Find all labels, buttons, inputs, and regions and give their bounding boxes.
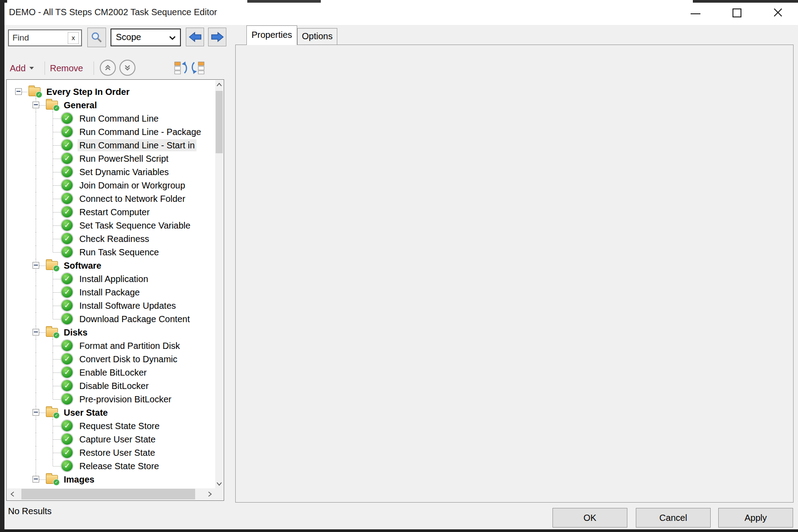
tree-guide-line bbox=[39, 266, 45, 266]
tree-item-connect-to-network-folder[interactable]: ✓Connect to Network Folder bbox=[7, 192, 215, 205]
tree-guide-line bbox=[53, 252, 61, 253]
tree-item-install-application[interactable]: ✓Install Application bbox=[7, 272, 215, 286]
tree-item-label: Run Task Sequence bbox=[78, 246, 161, 258]
tree-item-software[interactable]: Software bbox=[7, 259, 215, 272]
tree-item-label: User State bbox=[62, 407, 110, 419]
tree-item-run-powershell-script[interactable]: ✓Run PowerShell Script bbox=[7, 152, 215, 165]
move-step-up-button[interactable] bbox=[174, 61, 188, 75]
find-next-button[interactable] bbox=[208, 28, 226, 46]
tree-horizontal-scrollbar[interactable] bbox=[7, 488, 215, 500]
tree-guide-line bbox=[36, 339, 36, 352]
desktop-edge-left bbox=[0, 0, 4, 532]
ok-button[interactable]: OK bbox=[552, 508, 627, 528]
tree-item-label: Convert Disk to Dynamic bbox=[78, 353, 179, 365]
tree-item-restart-computer[interactable]: ✓Restart Computer bbox=[7, 205, 215, 219]
tree-guide-line bbox=[53, 292, 61, 293]
tab-options[interactable]: Options bbox=[297, 28, 337, 45]
add-button[interactable]: Add bbox=[10, 61, 34, 75]
step-check-icon: ✓ bbox=[61, 139, 73, 151]
tree-guide-line bbox=[53, 159, 61, 159]
tree-guide-line bbox=[22, 92, 28, 92]
desktop-edge-top bbox=[693, 0, 798, 3]
tree-item-request-state-store[interactable]: ✓Request State Store bbox=[7, 419, 215, 433]
expand-collapse-toggle[interactable] bbox=[33, 476, 39, 483]
step-check-icon: ✓ bbox=[61, 353, 73, 364]
find-input[interactable]: Find x bbox=[8, 29, 82, 46]
tree-item-join-domain-or-workgroup[interactable]: ✓Join Domain or Workgroup bbox=[7, 179, 215, 192]
tree-item-set-dynamic-variables[interactable]: ✓Set Dynamic Variables bbox=[7, 165, 215, 179]
scrollbar-thumb[interactable] bbox=[216, 91, 223, 153]
tree-item-restore-user-state[interactable]: ✓Restore User State bbox=[7, 446, 215, 459]
step-check-icon: ✓ bbox=[61, 220, 73, 231]
expand-collapse-toggle[interactable] bbox=[33, 262, 39, 269]
tree-guide-line bbox=[36, 152, 36, 165]
tree-vertical-scrollbar[interactable] bbox=[215, 80, 223, 488]
tree-item-general[interactable]: General bbox=[7, 98, 215, 112]
tree-item-run-command-line-package[interactable]: ✓Run Command Line - Package bbox=[7, 125, 215, 139]
scope-dropdown[interactable]: Scope bbox=[110, 29, 181, 46]
tree-guide-line bbox=[53, 359, 61, 360]
scrollbar-thumb[interactable] bbox=[21, 489, 195, 499]
step-check-icon: ✓ bbox=[61, 153, 73, 164]
tree-item-label: Disable BitLocker bbox=[78, 380, 151, 392]
scrollbar-corner bbox=[215, 488, 223, 500]
collapse-all-button[interactable] bbox=[100, 60, 116, 76]
tree-item-run-command-line[interactable]: ✓Run Command Line bbox=[7, 112, 215, 125]
maximize-button[interactable] bbox=[722, 4, 750, 21]
tree-item-install-package[interactable]: ✓Install Package bbox=[7, 286, 215, 299]
scroll-down-arrow[interactable] bbox=[215, 479, 223, 488]
expand-all-button[interactable] bbox=[119, 60, 135, 76]
scroll-left-arrow[interactable] bbox=[7, 488, 18, 500]
tree-item-disable-bitlocker[interactable]: ✓Disable BitLocker bbox=[7, 379, 215, 393]
tree-item-release-state-store[interactable]: ✓Release State Store bbox=[7, 459, 215, 473]
scroll-right-arrow[interactable] bbox=[205, 488, 215, 500]
tree-guide-line bbox=[36, 352, 36, 366]
tree-guide-line bbox=[36, 393, 36, 406]
tree-guide-line bbox=[53, 172, 61, 172]
tree-item-label: Software bbox=[62, 260, 103, 272]
tree-item-convert-disk-to-dynamic[interactable]: ✓Convert Disk to Dynamic bbox=[7, 352, 215, 366]
tree-item-every-step-in-order[interactable]: Every Step In Order bbox=[7, 85, 215, 98]
scope-dropdown-value: Scope bbox=[116, 32, 141, 42]
tree-item-user-state[interactable]: User State bbox=[7, 406, 215, 419]
tree-item-set-task-sequence-variable[interactable]: ✓Set Task Sequence Variable bbox=[7, 219, 215, 232]
tree-item-format-and-partition-disk[interactable]: ✓Format and Partition Disk bbox=[7, 339, 215, 352]
cancel-button[interactable]: Cancel bbox=[636, 508, 711, 528]
expand-collapse-toggle[interactable] bbox=[15, 88, 22, 95]
apply-button[interactable]: Apply bbox=[718, 508, 793, 528]
tree-item-enable-bitlocker[interactable]: ✓Enable BitLocker bbox=[7, 366, 215, 379]
tree-item-pre-provision-bitlocker[interactable]: ✓Pre-provision BitLocker bbox=[7, 393, 215, 406]
tree-item-label: Disks bbox=[62, 327, 89, 339]
tree-guide-line bbox=[39, 479, 45, 480]
tab-properties[interactable]: Properties bbox=[246, 25, 297, 45]
toolbar-separator bbox=[94, 61, 94, 75]
expand-collapse-toggle[interactable] bbox=[33, 329, 39, 336]
tree-guide-line bbox=[36, 192, 36, 205]
search-button[interactable] bbox=[87, 28, 106, 47]
tree-item-images[interactable]: Images bbox=[7, 473, 215, 486]
tree-guide-line bbox=[53, 279, 61, 279]
expand-collapse-toggle[interactable] bbox=[33, 102, 39, 108]
remove-button[interactable]: Remove bbox=[50, 61, 83, 75]
minimize-button[interactable] bbox=[681, 4, 710, 21]
add-dropdown-caret-icon bbox=[29, 67, 34, 70]
find-previous-button[interactable] bbox=[186, 28, 204, 46]
tree-item-disks[interactable]: Disks bbox=[7, 326, 215, 339]
move-step-down-button[interactable] bbox=[191, 61, 205, 75]
tree-item-check-readiness[interactable]: ✓Check Readiness bbox=[7, 232, 215, 246]
tree-item-label: Capture User State bbox=[78, 434, 157, 446]
close-button[interactable] bbox=[763, 4, 792, 21]
tree-item-install-software-updates[interactable]: ✓Install Software Updates bbox=[7, 299, 215, 312]
step-check-icon: ✓ bbox=[61, 273, 73, 284]
find-clear-button[interactable]: x bbox=[68, 32, 79, 44]
tree-item-capture-user-state[interactable]: ✓Capture User State bbox=[7, 433, 215, 446]
scroll-up-arrow[interactable] bbox=[215, 80, 223, 89]
add-button-label: Add bbox=[10, 63, 26, 74]
tree-item-download-package-content[interactable]: ✓Download Package Content bbox=[7, 312, 215, 326]
tree-item-run-task-sequence[interactable]: ✓Run Task Sequence bbox=[7, 246, 215, 259]
expand-collapse-toggle[interactable] bbox=[33, 409, 39, 416]
tree-guide-line bbox=[36, 379, 36, 393]
tree-guide-line bbox=[36, 272, 36, 286]
tree-item-run-command-line-start-in[interactable]: ✓Run Command Line - Start in bbox=[7, 139, 215, 152]
tree-guide-line bbox=[53, 132, 61, 132]
